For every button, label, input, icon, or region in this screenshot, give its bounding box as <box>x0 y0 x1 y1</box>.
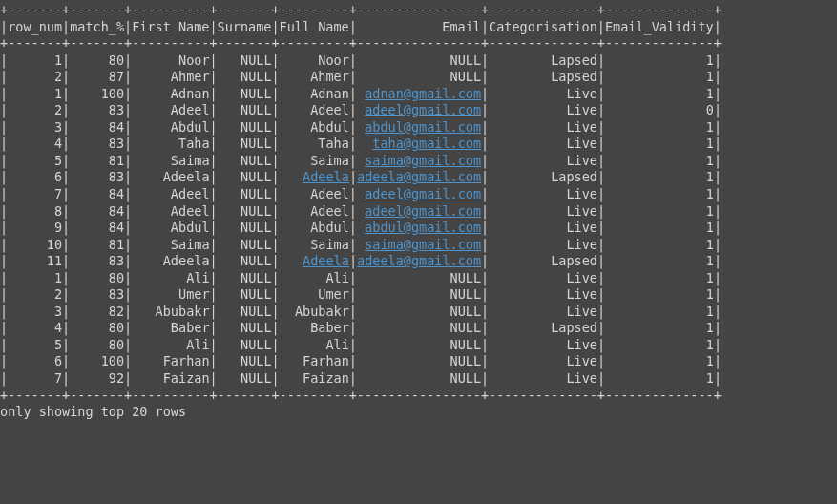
email-link[interactable]: adeel@gmail.com <box>365 203 481 219</box>
separator-row: +-------+-------+----------+-------+----… <box>0 35 837 52</box>
fullname-link[interactable]: Adeela <box>303 169 349 184</box>
fullname-link[interactable]: Adeela <box>303 253 349 268</box>
table-row: | 3| 84| Abdul| NULL| Abdul| abdul@gmail… <box>0 119 837 136</box>
table-row: | 3| 82| Abubakr| NULL| Abubakr| NULL| L… <box>0 304 837 321</box>
email-link[interactable]: adnan@gmail.com <box>365 86 481 101</box>
console-output: +-------+-------+----------+-------+----… <box>0 0 837 423</box>
email-link[interactable]: saima@gmail.com <box>365 237 481 252</box>
email-link[interactable]: adeela@gmail.com <box>357 169 481 184</box>
table-row: | 4| 80| Baber| NULL| Baber| NULL| Lapse… <box>0 320 837 337</box>
table-row: | 5| 80| Ali| NULL| Ali| NULL| Live| 1| <box>0 337 837 354</box>
table-row: | 2| 83| Umer| NULL| Umer| NULL| Live| 1… <box>0 286 837 304</box>
separator-row: +-------+-------+----------+-------+----… <box>0 388 837 405</box>
table-row: | 9| 84| Abdul| NULL| Abdul| abdul@gmail… <box>0 220 837 237</box>
footer-text: only showing top 20 rows <box>0 404 837 421</box>
table-row: | 11| 83| Adeela| NULL| Adeela|adeela@gm… <box>0 253 837 270</box>
table-row: | 2| 87| Ahmer| NULL| Ahmer| NULL| Lapse… <box>0 69 837 86</box>
table-row: | 7| 84| Adeel| NULL| Adeel| adeel@gmail… <box>0 186 837 203</box>
table-row: | 7| 92| Faizan| NULL| Faizan| NULL| Liv… <box>0 370 837 388</box>
email-link[interactable]: adeela@gmail.com <box>357 253 481 268</box>
email-link[interactable]: taha@gmail.com <box>372 136 481 151</box>
table-row: | 8| 84| Adeel| NULL| Adeel| adeel@gmail… <box>0 203 837 220</box>
table-row: | 6| 83| Adeela| NULL| Adeela|adeela@gma… <box>0 169 837 186</box>
email-link[interactable]: adeel@gmail.com <box>365 102 481 117</box>
table-row: | 1| 100| Adnan| NULL| Adnan| adnan@gmai… <box>0 86 837 103</box>
header-row: |row_num|match_%|First Name|Surname|Full… <box>0 19 837 36</box>
table-row: | 1| 80| Ali| NULL| Ali| NULL| Live| 1| <box>0 270 837 287</box>
email-link[interactable]: abdul@gmail.com <box>365 220 481 235</box>
separator-row: +-------+-------+----------+-------+----… <box>0 2 837 19</box>
table-row: | 6| 100| Farhan| NULL| Farhan| NULL| Li… <box>0 353 837 370</box>
table-row: | 1| 80| Noor| NULL| Noor| NULL| Lapsed|… <box>0 52 837 70</box>
table-row: | 10| 81| Saima| NULL| Saima| saima@gmai… <box>0 237 837 254</box>
email-link[interactable]: saima@gmail.com <box>365 153 481 168</box>
table-row: | 5| 81| Saima| NULL| Saima| saima@gmail… <box>0 153 837 170</box>
table-row: | 2| 83| Adeel| NULL| Adeel| adeel@gmail… <box>0 102 837 119</box>
table-row: | 4| 83| Taha| NULL| Taha| taha@gmail.co… <box>0 136 837 153</box>
email-link[interactable]: adeel@gmail.com <box>365 186 481 201</box>
email-link[interactable]: abdul@gmail.com <box>365 119 481 135</box>
